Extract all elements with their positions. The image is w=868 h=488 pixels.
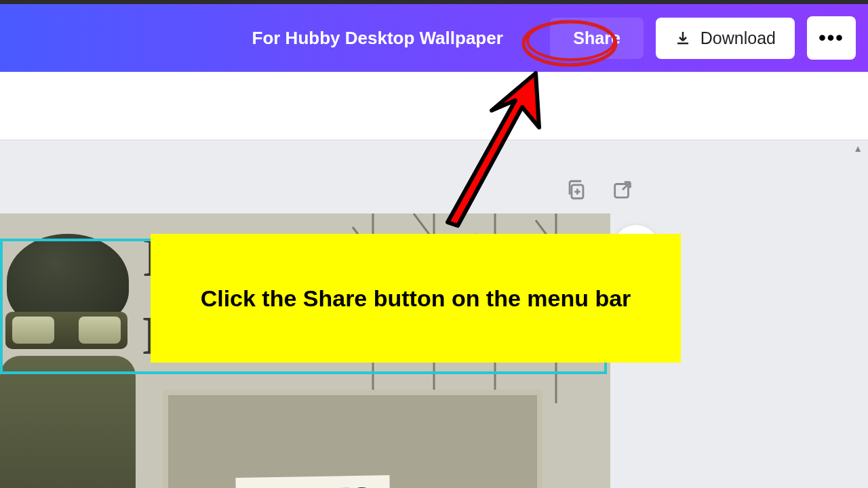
soldier-graphic [0,214,156,488]
duplicate-page-icon[interactable] [565,178,588,201]
download-button[interactable]: Download [656,18,795,59]
download-label: Download [701,28,776,48]
document-title[interactable]: For Hubby Desktop Wallpaper [0,28,538,49]
main-toolbar: For Hubby Desktop Wallpaper Share Downlo… [0,4,868,72]
toolbar-gap [0,72,868,140]
page-action-bar [565,178,634,201]
games-card: GAMES [163,390,542,488]
instruction-callout: Click the Share button on the menu bar [151,234,681,363]
download-icon [675,30,691,46]
instruction-text: Click the Share button on the menu bar [201,281,631,316]
scroll-up-icon[interactable]: ▲ [853,143,863,154]
more-options-button[interactable]: ••• [807,16,856,60]
games-label: GAMES [235,475,390,488]
open-new-icon[interactable] [611,178,634,201]
share-button[interactable]: Share [550,18,643,59]
